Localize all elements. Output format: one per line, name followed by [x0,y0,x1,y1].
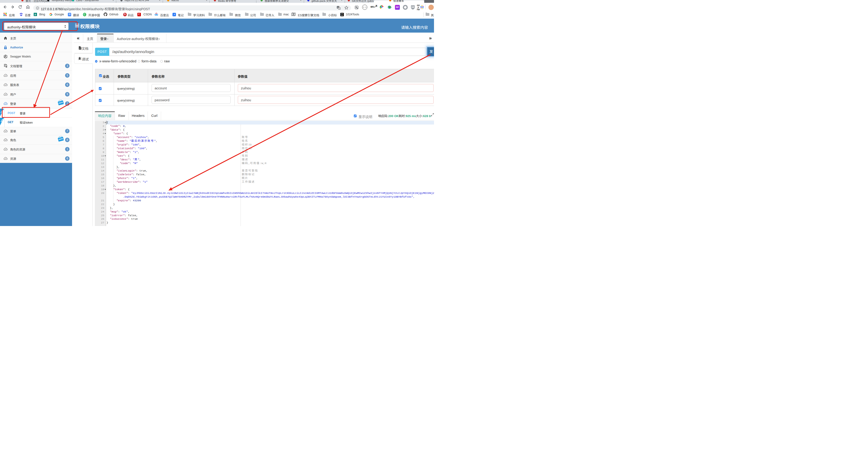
svg-text:API: API [5,94,7,95]
svg-text:API: API [5,75,7,76]
svg-text:文: 文 [339,8,340,9]
svg-text:API: API [5,149,7,150]
svg-text:API: API [5,103,7,105]
svg-text:API: API [5,158,7,160]
svg-text:API: API [5,131,7,132]
svg-text:API: API [5,140,7,141]
svg-text:du: du [21,15,22,16]
svg-text:API: API [5,84,7,86]
